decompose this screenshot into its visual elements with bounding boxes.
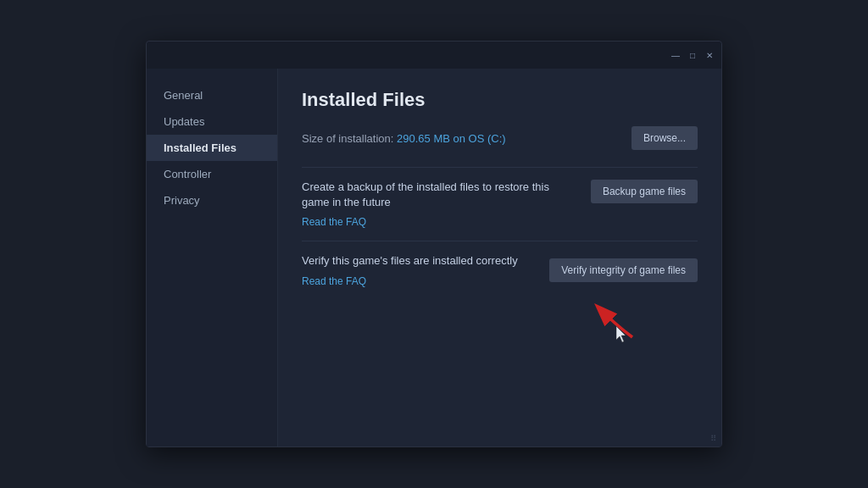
- page-title: Installed Files: [302, 89, 698, 111]
- content-area: General Updates Installed Files Controll…: [147, 69, 721, 446]
- size-row: Size of installation: 290.65 MB on OS (C…: [302, 126, 698, 150]
- backup-game-files-button[interactable]: Backup game files: [591, 180, 698, 203]
- sidebar-item-controller[interactable]: Controller: [147, 161, 277, 187]
- size-label: Size of installation: 290.65 MB on OS (C…: [302, 130, 506, 146]
- verify-text: Verify this game's files are installed c…: [302, 253, 532, 287]
- sidebar-item-privacy[interactable]: Privacy: [147, 187, 277, 214]
- backup-description: Create a backup of the installed files t…: [302, 180, 574, 210]
- verify-integrity-button[interactable]: Verify integrity of game files: [549, 258, 698, 282]
- minimize-button[interactable]: —: [670, 50, 681, 60]
- browse-button[interactable]: Browse...: [632, 126, 698, 150]
- sidebar-item-updates[interactable]: Updates: [147, 108, 277, 135]
- backup-text: Create a backup of the installed files t…: [302, 180, 574, 229]
- main-content: Installed Files Size of installation: 29…: [278, 69, 721, 446]
- game-properties-window: — □ ✕ General Updates Installed Files Co…: [146, 41, 722, 447]
- close-button[interactable]: ✕: [704, 50, 715, 60]
- maximize-button[interactable]: □: [687, 50, 698, 60]
- backup-faq-link[interactable]: Read the FAQ: [302, 216, 366, 228]
- size-value: 290.65 MB on OS (C:): [397, 132, 506, 145]
- size-label-text: Size of installation:: [302, 132, 397, 145]
- sidebar-item-general[interactable]: General: [147, 82, 277, 108]
- resize-handle[interactable]: ⠿: [710, 434, 716, 443]
- sidebar: General Updates Installed Files Controll…: [147, 69, 278, 446]
- sidebar-item-installed-files[interactable]: Installed Files: [147, 135, 277, 161]
- title-bar: — □ ✕: [147, 42, 721, 69]
- backup-section: Create a backup of the installed files t…: [302, 167, 698, 241]
- verify-section: Verify this game's files are installed c…: [302, 241, 698, 299]
- verify-faq-link[interactable]: Read the FAQ: [302, 275, 366, 287]
- verify-description: Verify this game's files are installed c…: [302, 253, 532, 269]
